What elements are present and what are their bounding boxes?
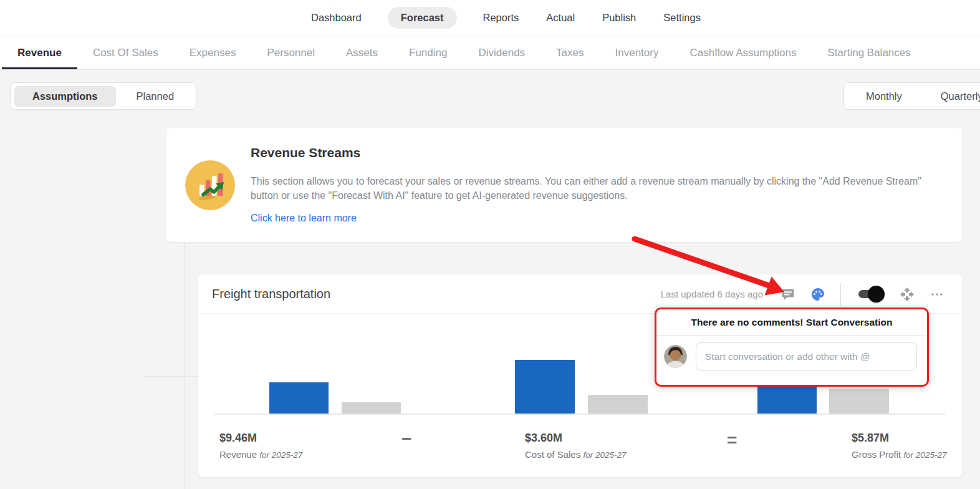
metric-cost-of-sales-value: $3.60M xyxy=(525,432,626,445)
top-nav-items: Dashboard Forecast Reports Actual Publis… xyxy=(310,0,702,36)
revenue-streams-icon xyxy=(185,160,235,210)
tab-assets[interactable]: Assets xyxy=(330,36,393,69)
metric-revenue-name: Revenue xyxy=(219,449,257,460)
forecast-tab-bar: Revenue Cost Of Sales Expenses Personnel… xyxy=(0,36,980,70)
info-card-description: This section allows you to forecast your… xyxy=(251,174,943,203)
nav-publish[interactable]: Publish xyxy=(601,7,637,29)
minus-operator: − xyxy=(401,429,411,449)
background-grid-line-vertical xyxy=(184,243,185,489)
visibility-toggle[interactable] xyxy=(858,290,882,298)
chart-baseline xyxy=(214,414,945,415)
metric-cost-of-sales-period: for 2025-27 xyxy=(583,450,626,460)
move-icon[interactable] xyxy=(900,287,915,302)
metric-revenue: $9.46M Revenue for 2025-27 xyxy=(219,432,302,460)
learn-more-link[interactable]: Click here to learn more xyxy=(251,213,357,224)
toolbar-divider xyxy=(840,283,841,306)
assumptions-planned-toggle: Assumptions Planned xyxy=(10,82,196,110)
toggle-planned[interactable]: Planned xyxy=(118,86,193,107)
monthly-quarterly-toggle: Monthly Quarterly xyxy=(843,82,980,110)
nav-reports[interactable]: Reports xyxy=(482,7,521,29)
bar-gross-profit-blue[interactable] xyxy=(757,385,817,414)
more-icon[interactable] xyxy=(930,287,944,302)
tab-taxes[interactable]: Taxes xyxy=(540,36,599,69)
revenue-streams-info-card: Revenue Streams This section allows you … xyxy=(166,128,962,242)
top-navigation: Dashboard Forecast Reports Actual Publis… xyxy=(0,0,980,36)
equals-operator: = xyxy=(727,430,737,450)
toggle-quarterly[interactable]: Quarterly xyxy=(923,86,980,107)
last-updated-text: Last updated 6 days ago xyxy=(661,289,763,299)
metric-gross-profit-value: $5.87M xyxy=(852,432,946,445)
tab-expenses[interactable]: Expenses xyxy=(174,36,252,69)
user-avatar xyxy=(664,345,687,368)
nav-settings[interactable]: Settings xyxy=(662,7,702,29)
tab-cost-of-sales[interactable]: Cost Of Sales xyxy=(77,36,174,69)
comment-popup: There are no comments! Start Conversatio… xyxy=(655,307,929,387)
metric-gross-profit-period: for 2025-27 xyxy=(903,450,946,460)
comment-popup-input-row xyxy=(656,336,927,370)
tab-personnel[interactable]: Personnel xyxy=(251,36,330,69)
nav-actual[interactable]: Actual xyxy=(545,7,576,29)
toggle-monthly[interactable]: Monthly xyxy=(848,86,920,107)
toggle-assumptions[interactable]: Assumptions xyxy=(14,86,116,107)
metric-cost-of-sales: $3.60M Cost of Sales for 2025-27 xyxy=(525,432,626,460)
metric-gross-profit-label: Gross Profit for 2025-27 xyxy=(852,449,946,460)
info-card-title: Revenue Streams xyxy=(251,145,360,160)
tab-cashflow-assumptions[interactable]: Cashflow Assumptions xyxy=(674,36,812,69)
tab-dividends[interactable]: Dividends xyxy=(463,36,540,69)
tab-revenue[interactable]: Revenue xyxy=(2,36,77,69)
bar-cost-of-sales-gray[interactable] xyxy=(588,395,648,414)
bar-revenue-gray[interactable] xyxy=(342,402,401,414)
stream-card-title: Freight transportation xyxy=(212,274,330,314)
tab-funding[interactable]: Funding xyxy=(393,36,463,69)
metric-revenue-period: for 2025-27 xyxy=(259,450,302,460)
visibility-toggle-knob[interactable] xyxy=(868,286,885,303)
nav-forecast[interactable]: Forecast xyxy=(388,7,457,29)
metric-revenue-value: $9.46M xyxy=(219,432,302,445)
nav-dashboard[interactable]: Dashboard xyxy=(310,7,363,29)
metric-gross-profit-name: Gross Profit xyxy=(852,449,901,460)
tab-starting-balances[interactable]: Starting Balances xyxy=(812,36,926,69)
bar-gross-profit-gray[interactable] xyxy=(829,389,889,414)
metric-gross-profit: $5.87M Gross Profit for 2025-27 xyxy=(852,432,946,460)
comment-icon[interactable] xyxy=(781,287,795,302)
comment-popup-title: There are no comments! Start Conversatio… xyxy=(656,309,927,336)
palette-icon[interactable] xyxy=(810,287,825,302)
metric-cost-of-sales-name: Cost of Sales xyxy=(525,449,580,460)
metric-revenue-label: Revenue for 2025-27 xyxy=(219,449,302,460)
bar-cost-of-sales-blue[interactable] xyxy=(515,360,575,414)
comment-input[interactable] xyxy=(696,342,917,370)
tab-inventory[interactable]: Inventory xyxy=(600,36,675,69)
metric-cost-of-sales-label: Cost of Sales for 2025-27 xyxy=(525,449,626,460)
bar-revenue-blue[interactable] xyxy=(269,382,329,414)
background-grid-line-horizontal xyxy=(143,376,198,377)
